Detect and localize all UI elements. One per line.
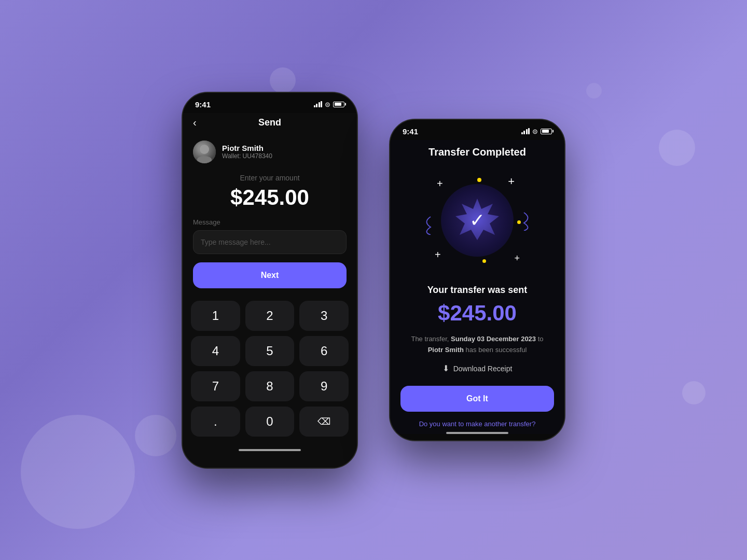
status-icons-complete: ⊜ — [521, 128, 552, 135]
transfer-amount: $245.00 — [390, 301, 564, 326]
deco-plus-4: + — [514, 253, 520, 264]
key-9[interactable]: 9 — [299, 371, 349, 401]
wifi-icon: ⊜ — [325, 101, 330, 108]
key-1[interactable]: 1 — [191, 301, 240, 331]
message-label: Message — [193, 218, 347, 226]
avatar — [193, 141, 216, 163]
recipient-name: Piotr Smith — [222, 144, 272, 152]
deco-dot-1 — [477, 178, 481, 182]
recipient-wallet: Wallet: UU478340 — [222, 152, 272, 160]
deco-plus-1: + — [437, 178, 443, 190]
status-bar-complete: 9:41 ⊜ — [390, 120, 564, 140]
transfer-description: The transfer, Sunday 03 December 2023 to… — [390, 334, 564, 356]
next-button[interactable]: Next — [193, 262, 347, 288]
status-bar-send: 9:41 ⊜ — [183, 93, 357, 113]
send-screen-content: ‹ Send Piotr Smith Wallet: UU478340 Ente… — [183, 113, 357, 468]
battery-icon-complete — [541, 129, 552, 134]
key-3[interactable]: 3 — [299, 301, 349, 331]
message-section: Message Type message here... — [183, 218, 357, 262]
numpad: 1 2 3 4 5 6 7 8 9 . 0 ⌫ — [183, 299, 357, 445]
download-receipt-label: Download Receipt — [453, 365, 513, 373]
bg-decor-circle-7 — [586, 83, 602, 99]
bg-decor-circle-2 — [135, 415, 176, 456]
transfer-sent-label: Your transfer was sent — [390, 285, 564, 296]
bg-decor-circle-5 — [659, 130, 695, 166]
bg-decor-circle-1 — [21, 415, 135, 529]
wifi-icon-complete: ⊜ — [532, 128, 538, 135]
recipient-row: Piotr Smith Wallet: UU478340 — [183, 136, 357, 172]
signal-icon-complete — [521, 128, 530, 134]
key-5[interactable]: 5 — [245, 336, 295, 366]
another-transfer-label[interactable]: Do you want to make another transfer? — [390, 420, 564, 428]
amount-label: Enter your amount — [183, 172, 357, 185]
key-8[interactable]: 8 — [245, 371, 295, 401]
signal-icon — [314, 101, 323, 107]
transfer-completed-title: Transfer Completed — [390, 140, 564, 169]
success-badge-container: ✓ + + + + — [425, 169, 529, 272]
squiggle-left — [420, 214, 436, 235]
phone-complete-screen: 9:41 ⊜ Transfer Completed — [389, 119, 565, 442]
home-indicator-complete — [446, 432, 508, 434]
download-icon: ⬇ — [442, 363, 449, 373]
got-it-button[interactable]: Got It — [400, 386, 554, 412]
key-4[interactable]: 4 — [191, 336, 240, 366]
deco-dot-3 — [482, 259, 486, 263]
key-dot[interactable]: . — [191, 407, 240, 437]
checkmark-icon: ✓ — [469, 209, 485, 231]
key-6[interactable]: 6 — [299, 336, 349, 366]
download-receipt-button[interactable]: ⬇ Download Receipt — [390, 363, 564, 373]
squiggle-right — [519, 210, 534, 231]
send-title: Send — [258, 117, 281, 128]
home-indicator-send — [239, 449, 301, 451]
status-time-complete: 9:41 — [403, 127, 418, 136]
status-icons-send: ⊜ — [314, 101, 345, 108]
bg-decor-circle-3 — [270, 67, 296, 93]
key-backspace[interactable]: ⌫ — [299, 407, 349, 437]
bg-decor-circle-6 — [682, 381, 706, 404]
deco-plus-2: + — [508, 175, 515, 188]
phone-send-screen: 9:41 ⊜ ‹ Send Piotr Smith Wallet: UU4783… — [182, 92, 358, 469]
battery-icon — [333, 102, 344, 107]
amount-value: $245.00 — [183, 185, 357, 218]
back-button[interactable]: ‹ — [193, 117, 197, 129]
avatar-image — [193, 141, 216, 163]
key-2[interactable]: 2 — [245, 301, 295, 331]
send-header: ‹ Send — [183, 113, 357, 136]
deco-plus-3: + — [435, 249, 441, 261]
key-0[interactable]: 0 — [245, 407, 295, 437]
message-input[interactable]: Type message here... — [193, 230, 347, 254]
key-7[interactable]: 7 — [191, 371, 240, 401]
status-time-send: 9:41 — [195, 100, 211, 109]
complete-screen-content: Transfer Completed ✓ + + + + — [390, 140, 564, 435]
recipient-info: Piotr Smith Wallet: UU478340 — [222, 144, 272, 160]
